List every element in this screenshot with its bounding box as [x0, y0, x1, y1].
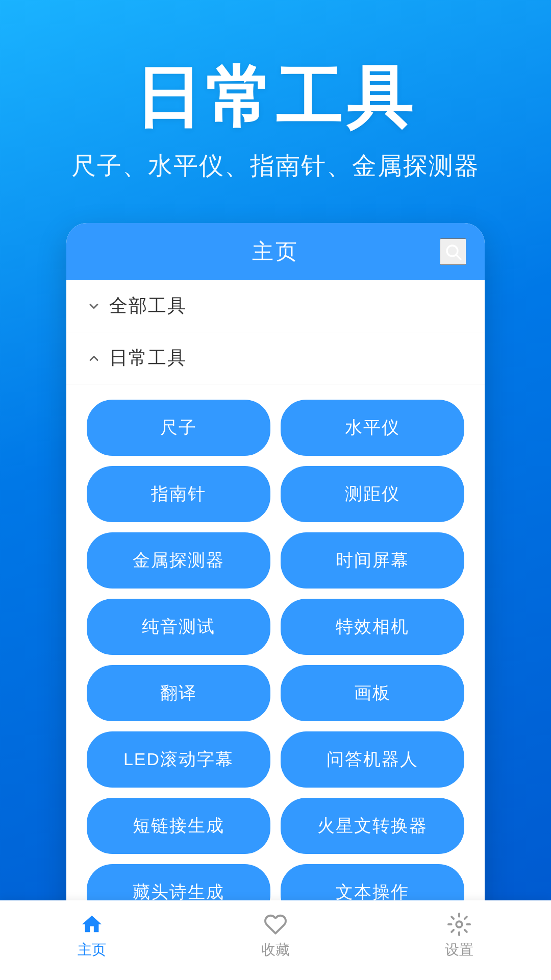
tool-grid: 尺子 水平仪 指南针 测距仪 金属探测器 时间屏幕 纯音测试 特效相机 翻译 画… — [66, 384, 485, 941]
home-icon — [80, 913, 104, 936]
tool-time-screen[interactable]: 时间屏幕 — [281, 532, 464, 589]
tool-qa-robot[interactable]: 问答机器人 — [281, 731, 464, 788]
tool-canvas[interactable]: 画板 — [281, 665, 464, 721]
nav-favorites-label: 收藏 — [261, 940, 290, 960]
tool-level[interactable]: 水平仪 — [281, 400, 464, 456]
card-header-title: 主页 — [252, 237, 299, 266]
search-icon — [444, 242, 462, 261]
svg-line-1 — [457, 255, 461, 259]
category-daily-label: 日常工具 — [109, 346, 187, 371]
nav-favorites[interactable]: 收藏 — [184, 913, 367, 960]
tool-martian-text[interactable]: 火星文转换器 — [281, 798, 464, 854]
tool-translate[interactable]: 翻译 — [87, 665, 270, 721]
nav-home-label: 主页 — [78, 940, 106, 960]
tool-compass[interactable]: 指南针 — [87, 466, 270, 522]
bottom-nav: 主页 收藏 设置 — [0, 900, 551, 980]
search-button[interactable] — [440, 238, 466, 265]
tool-ruler[interactable]: 尺子 — [87, 400, 270, 456]
tool-tone-test[interactable]: 纯音测试 — [87, 599, 270, 655]
category-daily-tools[interactable]: 日常工具 — [66, 332, 485, 384]
card-header: 主页 — [66, 223, 485, 280]
category-all-tools[interactable]: 全部工具 — [66, 280, 485, 332]
hero-subtitle: 尺子、水平仪、指南针、金属探测器 — [20, 150, 531, 182]
chevron-up-icon — [87, 351, 101, 365]
nav-settings-label: 设置 — [445, 940, 473, 960]
nav-home[interactable]: 主页 — [0, 913, 184, 960]
hero-title: 日常工具 — [20, 61, 531, 134]
chevron-down-icon — [87, 299, 101, 313]
tool-effect-camera[interactable]: 特效相机 — [281, 599, 464, 655]
settings-icon — [447, 913, 471, 936]
heart-icon — [264, 913, 287, 936]
hero-section: 日常工具 尺子、水平仪、指南针、金属探测器 — [0, 0, 551, 213]
main-card: 主页 全部工具 日常工具 尺子 水平仪 指南针 测距仪 金属探测器 时间屏幕 纯… — [66, 223, 485, 941]
tool-led-scroll[interactable]: LED滚动字幕 — [87, 731, 270, 788]
tool-rangefinder[interactable]: 测距仪 — [281, 466, 464, 522]
nav-settings[interactable]: 设置 — [367, 913, 551, 960]
svg-point-2 — [456, 921, 462, 927]
tool-metal-detector[interactable]: 金属探测器 — [87, 532, 270, 589]
category-all-label: 全部工具 — [109, 293, 187, 318]
tool-short-link[interactable]: 短链接生成 — [87, 798, 270, 854]
